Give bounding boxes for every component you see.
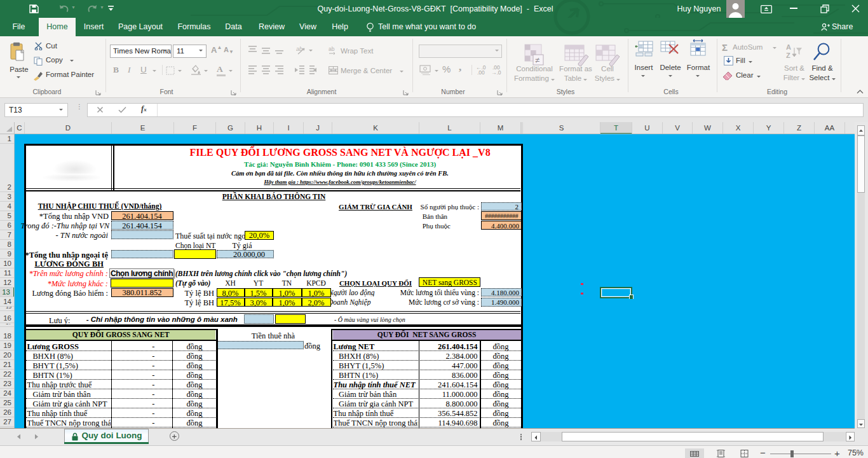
svg-text:Z: Z <box>786 52 790 59</box>
svg-text:ab: ab <box>329 46 335 52</box>
svg-text:A: A <box>786 43 791 51</box>
svg-text:≠: ≠ <box>535 55 539 65</box>
